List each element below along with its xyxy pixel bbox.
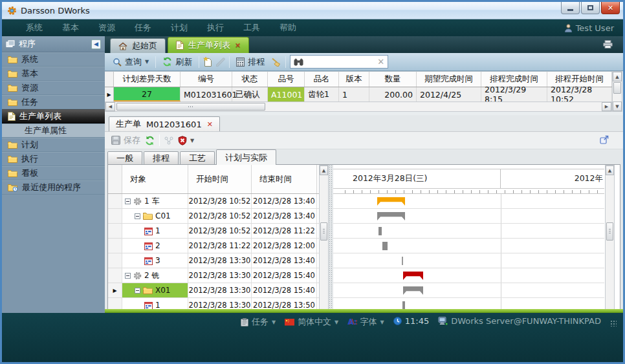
gantt-bar-task[interactable] [402,257,403,265]
edit-pencil-icon[interactable] [216,58,225,67]
scroll-down-arrow[interactable]: ▼ [613,102,622,111]
gantt-bar-summary[interactable] [377,212,405,220]
grid-row[interactable]: 27M012031601已确认A11001齿轮11200.002012/4/25… [105,87,612,102]
gantt-vscrollbar[interactable]: ▲ ▼ [605,165,615,328]
tree-row-0[interactable]: 1 车2012/3/28 10:522012/3/28 13:40 [108,194,319,209]
menu-item-7[interactable]: 帮助 [270,22,306,34]
sidebar-item-7[interactable]: 执行 [2,152,105,166]
tree-row-4[interactable]: 32012/3/28 13:302012/3/28 13:40 [108,253,319,268]
toolbar-search-clear-icon[interactable]: ✕ [377,57,384,67]
sidebar-item-4[interactable]: 生产单列表 [2,109,105,123]
status-language-menu[interactable]: 简体中文 ▼ [285,316,338,328]
tree-column-start[interactable]: 开始时间 [188,165,252,193]
tab-home[interactable]: 起始页 [110,38,166,53]
user-indicator[interactable]: Test User [564,23,614,33]
font-dropdown-icon[interactable]: ▼ [380,319,384,325]
tree-row-6[interactable]: X012012/3/28 13:302012/3/28 15:40 [108,283,319,298]
status-task-menu[interactable]: 任务 ▼ [241,316,276,328]
orders-grid-hscrollbar[interactable]: ◀ ▶ [105,102,612,112]
orders-grid-vscrollbar[interactable]: ▲ ▼ [612,71,622,112]
order-detail-tab[interactable]: 生产单 M012031601 ✕ [109,116,220,131]
detail-tab-3[interactable]: 计划与实际 [216,149,276,165]
grid-column-header-7[interactable]: 期望完成时间 [417,72,481,87]
language-dropdown-icon[interactable]: ▼ [334,319,338,325]
tree-column-end[interactable]: 结束时间 [252,165,317,193]
menu-item-2[interactable]: 资源 [89,22,125,34]
tree-expander-icon[interactable] [125,198,131,204]
tree-expander-icon[interactable] [135,288,140,294]
sidebar-item-9[interactable]: 最近使用的程序 [2,180,105,195]
scroll-left-arrow[interactable]: ◀ [105,102,115,111]
gantt-bar-summary[interactable] [403,272,423,280]
resize-grip[interactable] [610,320,617,327]
validate-button[interactable]: ▼ [178,136,194,145]
close-button[interactable]: ✕ [601,2,620,14]
menu-item-5[interactable]: 执行 [197,22,234,34]
scroll-thumb[interactable] [606,222,613,241]
tree-column-object[interactable]: 对象 [122,165,188,193]
schedule-button[interactable]: 排程 [234,55,267,69]
new-document-icon[interactable] [203,57,212,67]
gantt-bar-summary[interactable] [403,286,423,295]
sidebar-item-5[interactable]: 生产单属性 [2,123,105,138]
status-server-label: DWorks Server@FUNWAY-THINKPAD [451,316,601,326]
detail-tab-0[interactable]: 一般 [107,151,142,165]
refresh-icon[interactable] [145,136,155,145]
popout-icon[interactable] [600,135,609,144]
sidebar-item-0[interactable]: 系统 [2,52,105,67]
sidebar-item-2[interactable]: 资源 [2,81,105,95]
toolbar-search-input[interactable] [307,58,374,67]
grid-column-header-3[interactable]: 品号 [268,72,305,87]
minimize-button[interactable] [561,2,580,14]
sidebar-item-1[interactable]: 基本 [2,67,105,81]
tree-row-1[interactable]: C012012/3/28 10:522012/3/28 13:40 [108,209,319,224]
grid-column-header-6[interactable]: 数量 [369,72,417,87]
tab-active[interactable]: 生产单列表✕ [168,37,249,53]
query-dropdown-icon[interactable]: ▼ [145,59,149,65]
menu-item-0[interactable]: 系统 [16,22,52,34]
status-font-menu[interactable]: A: 字体 ▼ [347,316,384,328]
menu-item-4[interactable]: 计划 [161,22,197,34]
detail-tab-2[interactable]: 工艺 [180,151,215,165]
grid-column-header-2[interactable]: 状态 [232,72,268,87]
detail-tab-1[interactable]: 排程 [144,151,179,165]
gantt-bar-task[interactable] [378,227,382,235]
scroll-up-arrow[interactable]: ▲ [606,166,614,175]
tree-row-3[interactable]: 22012/3/28 11:222012/3/28 12:00 [108,239,319,253]
grid-column-header-5[interactable]: 版本 [339,72,369,87]
refresh-button[interactable]: 刷新 [160,55,195,69]
grid-column-header-0[interactable]: 计划差异天数 [114,72,181,87]
tree-row-5[interactable]: 2 铣2012/3/28 13:302012/3/28 15:40 [108,268,319,283]
save-button[interactable]: 保存 [111,134,140,146]
printer-icon[interactable] [603,40,613,48]
hierarchy-icon[interactable] [164,136,173,145]
menu-item-1[interactable]: 基本 [52,22,89,34]
query-button[interactable]: 查询 ▼ [110,55,151,69]
sidebar-item-6[interactable]: 计划 [2,138,105,152]
scroll-up-arrow[interactable]: ▲ [613,72,622,81]
scroll-right-arrow[interactable]: ▶ [602,102,611,111]
scroll-thumb[interactable] [320,222,327,241]
grid-column-header-4[interactable]: 品名 [305,72,339,87]
tree-expander-icon[interactable] [135,213,140,219]
scroll-thumb[interactable] [613,82,621,94]
detail-tab-close-icon[interactable]: ✕ [207,120,213,129]
tree-row-2[interactable]: 12012/3/28 10:522012/3/28 11:22 [108,224,319,239]
task-dropdown-icon[interactable]: ▼ [272,319,276,325]
sidebar-item-3[interactable]: 任务 [2,95,105,109]
grid-column-header-1[interactable]: 编号 [181,72,232,87]
broom-icon[interactable] [271,58,281,67]
scroll-up-arrow[interactable]: ▲ [320,166,328,175]
maximize-button[interactable] [581,2,600,14]
tree-vscrollbar[interactable]: ▲ ▼ [319,165,329,328]
sidebar-collapse-button[interactable]: ◀ [91,39,101,49]
tree-expander-icon[interactable] [125,273,131,279]
gantt-bar-summary[interactable] [377,197,405,206]
gantt-bar-task[interactable] [382,242,388,250]
menu-item-6[interactable]: 工具 [234,22,270,34]
menu-item-3[interactable]: 任务 [125,22,161,34]
tab-close-icon[interactable]: ✕ [235,41,241,50]
sidebar-item-8[interactable]: 看板 [2,166,105,180]
scroll-thumb[interactable] [116,103,265,111]
validate-dropdown-icon[interactable]: ▼ [190,138,194,144]
